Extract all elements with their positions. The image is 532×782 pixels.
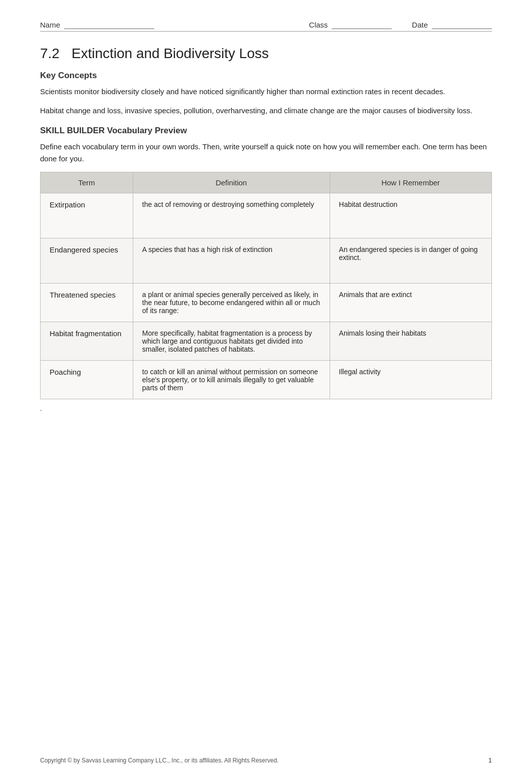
cell-remember: An endangered species is in danger of go… — [330, 238, 491, 284]
col-remember: How I Remember — [330, 172, 491, 193]
doc-title: 7.2 Extinction and Biodiversity Loss — [40, 46, 492, 62]
date-label: Date — [412, 21, 428, 29]
cell-term: Endangered species — [41, 238, 133, 284]
class-field-group: Class — [309, 20, 392, 29]
date-line — [432, 20, 492, 29]
cell-remember: Animals that are extinct — [330, 284, 491, 322]
name-label: Name — [40, 21, 60, 29]
cell-definition: the act of removing or destroying someth… — [133, 193, 330, 238]
table-row: Threatened speciesa plant or animal spec… — [41, 284, 492, 322]
cell-term: Threatened species — [41, 284, 133, 322]
cell-term: Extirpation — [41, 193, 133, 238]
key-concepts-para2: Habitat change and loss, invasive specie… — [40, 105, 492, 117]
cell-definition: to catch or kill an animal without permi… — [133, 361, 330, 399]
cell-term: Habitat fragmentation — [41, 322, 133, 361]
class-label: Class — [309, 21, 328, 29]
header-fields: Name Class Date — [40, 20, 492, 32]
cell-definition: a plant or animal species generally perc… — [133, 284, 330, 322]
table-row: Extirpationthe act of removing or destro… — [41, 193, 492, 238]
table-header-row: Term Definition How I Remember — [41, 172, 492, 193]
footer-copyright: Copyright © by Savvas Learning Company L… — [40, 757, 279, 764]
name-field-group: Name — [40, 20, 154, 29]
cell-definition: More specifically, habitat fragmentation… — [133, 322, 330, 361]
skill-builder-header: SKILL BUILDER Vocabulary Preview — [40, 126, 492, 136]
section-number: 7.2 — [40, 46, 60, 61]
footer-page: 1 — [488, 756, 492, 764]
table-row: Endangered speciesA species that has a h… — [41, 238, 492, 284]
col-definition: Definition — [133, 172, 330, 193]
cell-definition: A species that has a high risk of extinc… — [133, 238, 330, 284]
name-line — [64, 20, 154, 29]
footer: Copyright © by Savvas Learning Company L… — [40, 756, 492, 764]
skill-builder-instructions: Define each vocabulary term in your own … — [40, 141, 492, 165]
cell-term: Poaching — [41, 361, 133, 399]
dot-spacer: . — [40, 404, 492, 412]
cell-remember: Habitat destruction — [330, 193, 491, 238]
key-concepts-para1: Scientists monitor biodiversity closely … — [40, 86, 492, 98]
table-row: Habitat fragmentationMore specifically, … — [41, 322, 492, 361]
title-text: Extinction and Biodiversity Loss — [72, 46, 269, 61]
date-field-group: Date — [412, 20, 492, 29]
class-line — [332, 20, 392, 29]
vocab-table: Term Definition How I Remember Extirpati… — [40, 172, 492, 399]
cell-remember: Illegal activity — [330, 361, 491, 399]
table-row: Poachingto catch or kill an animal witho… — [41, 361, 492, 399]
key-concepts-header: Key Concepts — [40, 71, 492, 81]
col-term: Term — [41, 172, 133, 193]
page: Name Class Date 7.2 Extinction and Biodi… — [0, 0, 532, 782]
cell-remember: Animals losing their habitats — [330, 322, 491, 361]
